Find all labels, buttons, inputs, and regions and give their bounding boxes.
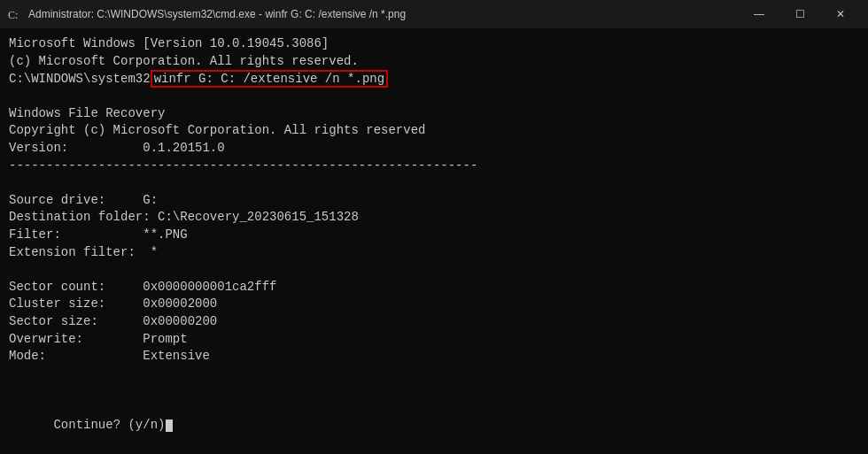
svg-text:C:: C: (8, 9, 18, 21)
empty-line-4 (9, 366, 859, 383)
filter-line: Filter: **.PNG (9, 227, 859, 244)
console-line-2: (c) Microsoft Corporation. All rights re… (9, 53, 859, 71)
destination-line: Destination folder: C:\Recovery_20230615… (9, 209, 859, 227)
separator: ----------------------------------------… (9, 158, 859, 175)
overwrite-line: Overwrite: Prompt (9, 331, 859, 349)
continue-line: Continue? (y/n) (9, 400, 859, 452)
prompt-prefix: C:\WINDOWS\system32 (9, 72, 151, 86)
sector-size-line: Sector size: 0x00000200 (9, 313, 859, 331)
cluster-size-line: Cluster size: 0x00002000 (9, 296, 859, 313)
console-line-1: Microsoft Windows [Version 10.0.19045.30… (9, 35, 859, 53)
empty-line-3 (9, 261, 859, 279)
minimize-button[interactable]: — (739, 0, 779, 28)
prompt-line: C:\WINDOWS\system32 winfr G: C: /extensi… (9, 70, 859, 88)
continue-text: Continue? (y/n) (53, 418, 165, 432)
cmd-icon: C: (7, 7, 21, 21)
window-title: Administrator: C:\WINDOWS\system32\cmd.e… (28, 8, 739, 20)
copyright-line: Copyright (c) Microsoft Corporation. All… (9, 122, 859, 140)
cursor (166, 419, 173, 432)
source-drive-line: Source drive: G: (9, 192, 859, 210)
empty-line-1 (9, 88, 859, 105)
maximize-button[interactable]: ☐ (779, 0, 820, 28)
close-button[interactable]: ✕ (820, 0, 861, 28)
sector-count-line: Sector count: 0x0000000001ca2fff (9, 279, 859, 296)
command-text: winfr G: C: /extensive /n *.png (151, 70, 388, 88)
app-name-line: Windows File Recovery (9, 105, 859, 123)
mode-line: Mode: Extensive (9, 348, 859, 366)
cmd-window: C: Administrator: C:\WINDOWS\system32\cm… (0, 0, 868, 454)
version-line: Version: 0.1.20151.0 (9, 140, 859, 158)
empty-line-2 (9, 174, 859, 192)
console-body[interactable]: Microsoft Windows [Version 10.0.19045.30… (0, 28, 868, 454)
ext-filter-line: Extension filter: * (9, 244, 859, 262)
window-controls: — ☐ ✕ (739, 0, 861, 28)
title-bar: C: Administrator: C:\WINDOWS\system32\cm… (0, 0, 868, 28)
empty-line-5 (9, 382, 859, 400)
